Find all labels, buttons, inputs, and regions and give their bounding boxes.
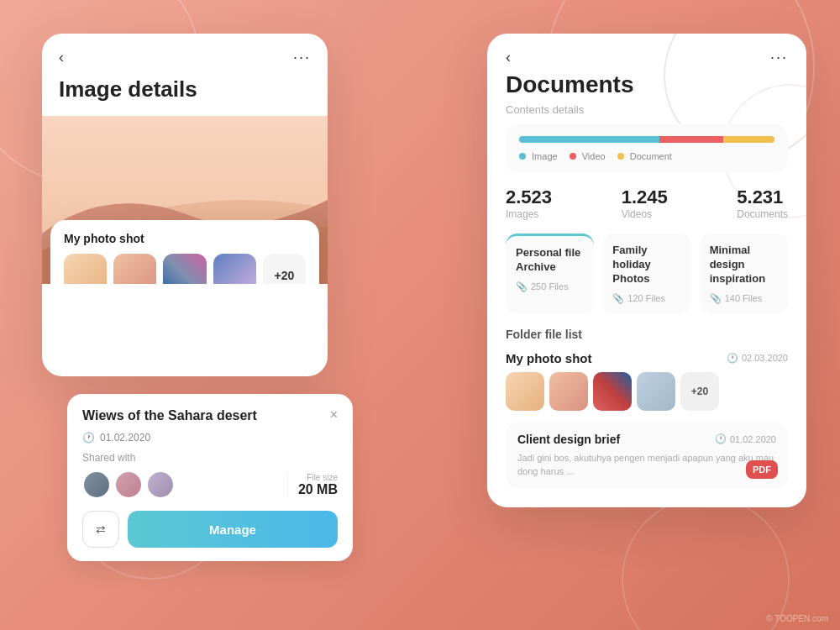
file-thumb-2	[549, 372, 588, 411]
thumbnail-count: +20	[263, 254, 306, 284]
thumbnail-1	[64, 254, 107, 284]
file-thumb-3	[593, 372, 632, 411]
close-button[interactable]: ×	[330, 407, 338, 423]
clip-icon-3: 📎	[710, 293, 722, 304]
file-thumb-count: +20	[680, 372, 719, 411]
clip-icon-1: 📎	[516, 281, 528, 292]
videos-label: Videos	[622, 208, 668, 220]
folder-card-holiday[interactable]: Family holiday Photos 📎 120 Files	[602, 234, 690, 314]
thumbnail-4	[213, 254, 256, 284]
dot-image	[519, 153, 526, 160]
file-name-photoshot: My photo shot	[506, 351, 591, 365]
page-title: Image details	[42, 73, 328, 116]
bar-doc	[723, 136, 774, 143]
file-thumb-1	[506, 372, 544, 411]
file-size-label: File size	[307, 473, 338, 482]
progress-card: Image Video Document	[506, 124, 788, 173]
file-date-photoshot: 🕐 02.03.2020	[727, 353, 788, 364]
image-detail-card: ‹ ··· Image details	[42, 34, 328, 376]
manage-button[interactable]: Manage	[128, 511, 338, 548]
more-button[interactable]: ···	[293, 49, 311, 66]
file-item-photoshot: My photo shot 🕐 02.03.2020 +20	[506, 351, 788, 411]
legend-document: Document	[617, 151, 672, 161]
clip-icon-2: 📎	[612, 293, 624, 304]
avatar-1	[82, 470, 111, 499]
folder-card-minimal[interactable]: Minimal design inspiration 📎 140 Files	[700, 234, 788, 314]
brief-date: 🕐 01.02.2020	[715, 433, 776, 444]
share-button[interactable]: ⇄	[82, 511, 119, 548]
folder-files-personal: 📎 250 Files	[516, 281, 584, 292]
thumbnail-2	[113, 254, 156, 284]
sahara-title: Wiews of the Sahara desert	[82, 407, 323, 425]
folder-files-holiday: 📎 120 Files	[612, 293, 680, 304]
hero-image: My photo shot +20	[42, 116, 328, 284]
folder-name-minimal: Minimal design inspiration	[710, 244, 778, 286]
legend: Image Video Document	[519, 151, 774, 161]
right-title: Documents	[506, 71, 788, 98]
images-value: 2.523	[506, 186, 552, 208]
folder-name-personal: Personal file Archive	[516, 246, 584, 275]
dot-doc	[617, 153, 624, 160]
file-size-value: 20 MB	[298, 482, 338, 497]
right-panel: ‹ ··· Documents Contents details Image V…	[487, 34, 806, 507]
brief-card: Client design brief 🕐 01.02.2020 Jadi gi…	[506, 423, 788, 489]
back-button[interactable]: ‹	[59, 49, 64, 66]
stat-images: 2.523 Images	[506, 186, 552, 220]
contents-label: Contents details	[506, 103, 788, 116]
stats-row: 2.523 Images 1.245 Videos 5.231 Document…	[506, 186, 788, 220]
legend-image: Image	[519, 151, 558, 161]
clock-icon-3: 🕐	[715, 433, 727, 444]
folder-card-personal[interactable]: Personal file Archive 📎 250 Files	[506, 234, 594, 314]
clock-icon: 🕐	[82, 432, 95, 444]
shared-label: Shared with	[82, 452, 338, 464]
left-panel: ‹ ··· Image details	[42, 34, 328, 544]
images-label: Images	[506, 208, 552, 220]
right-back-button[interactable]: ‹	[506, 49, 511, 66]
photo-shot-title: My photo shot	[64, 232, 306, 245]
right-more-button[interactable]: ···	[770, 49, 788, 66]
videos-value: 1.245	[622, 186, 668, 208]
bar-image	[519, 136, 659, 143]
file-thumbs-row: +20	[506, 372, 788, 411]
sahara-date: 01.02.2020	[100, 432, 150, 444]
dot-video	[570, 153, 576, 160]
folder-list-label: Folder file list	[506, 328, 788, 341]
documents-value: 5.231	[737, 186, 788, 208]
photo-shot-card: My photo shot +20	[50, 220, 319, 284]
avatar-2	[114, 470, 143, 499]
file-thumb-4	[637, 372, 675, 411]
bar-video	[659, 136, 723, 143]
progress-bar	[519, 136, 774, 143]
bg-decoration-4	[622, 496, 790, 630]
avatar-3	[146, 470, 175, 499]
documents-label: Documents	[737, 208, 788, 220]
brief-title: Client design brief	[517, 433, 620, 446]
legend-video: Video	[570, 151, 606, 161]
folder-files-minimal: 📎 140 Files	[710, 293, 778, 304]
clock-icon-2: 🕐	[727, 353, 738, 364]
sahara-card: Wiews of the Sahara desert × 🕐 01.02.202…	[67, 394, 353, 561]
folder-row: Personal file Archive 📎 250 Files Family…	[506, 234, 788, 314]
thumbnail-3	[163, 254, 206, 284]
stat-documents: 5.231 Documents	[737, 186, 788, 220]
folder-name-holiday: Family holiday Photos	[612, 244, 680, 286]
pdf-badge: PDF	[746, 460, 778, 479]
stat-videos: 1.245 Videos	[622, 186, 668, 220]
brief-text: Jadi gini bos, akutuhya pengen menjadi a…	[517, 451, 776, 479]
watermark: © TOOPEN.com	[766, 614, 828, 623]
